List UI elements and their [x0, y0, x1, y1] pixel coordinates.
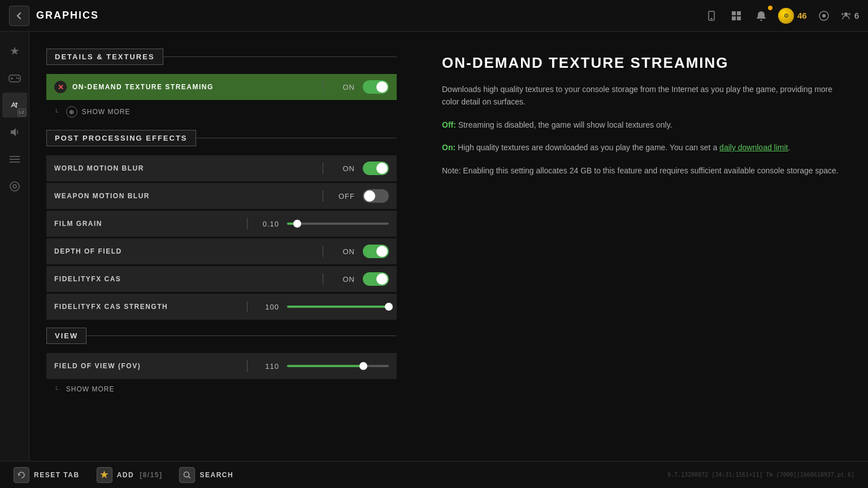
- setting-value-fidelityfx: ON: [332, 275, 355, 284]
- toggle-fidelityfx[interactable]: [363, 272, 389, 286]
- svg-point-23: [13, 185, 16, 188]
- svg-point-9: [848, 13, 850, 15]
- setting-value-dof: ON: [332, 247, 355, 256]
- players-count: 6: [854, 11, 859, 20]
- slider-track: [287, 306, 389, 308]
- add-count: [8/15]: [140, 471, 162, 479]
- toggle-texture-streaming[interactable]: [363, 80, 389, 94]
- show-more-details[interactable]: └ ⊕ SHOW MORE: [46, 102, 397, 122]
- toggle-knob: [376, 163, 388, 174]
- svg-marker-18: [11, 128, 16, 136]
- svg-rect-4: [732, 16, 736, 20]
- l2-badge: L2: [18, 108, 26, 116]
- slider-knob: [293, 220, 301, 228]
- slider-fidelityfx-strength[interactable]: [287, 306, 389, 308]
- slider-film-grain[interactable]: [287, 223, 389, 225]
- add-icon: ★: [97, 467, 112, 483]
- setting-row-weapon-blur[interactable]: WEAPON MOTION BLUR OFF: [46, 183, 397, 209]
- toggle-dof[interactable]: [363, 245, 389, 258]
- setting-value-texture-streaming: ON: [332, 83, 355, 91]
- settings-icon[interactable]: [816, 8, 832, 24]
- phone-icon[interactable]: [704, 8, 719, 24]
- sidebar-item-graphics[interactable]: L2: [2, 93, 27, 117]
- search-button[interactable]: SEARCH: [179, 467, 233, 483]
- setting-divider: [323, 246, 323, 257]
- setting-divider: [323, 273, 323, 285]
- info-on-link[interactable]: daily download limit: [719, 143, 788, 152]
- section-title-details: DETAILS & TEXTURES: [46, 49, 163, 65]
- setting-row-fidelityfx[interactable]: FIDELITYFX CAS ON: [46, 266, 397, 292]
- grid-icon[interactable]: [728, 8, 744, 24]
- section-line-view: [86, 336, 397, 336]
- section-post-processing: POST PROCESSING EFFECTS WORLD MOTION BLU…: [46, 130, 397, 320]
- sidebar-item-favorites[interactable]: ★: [2, 38, 27, 63]
- slider-fov[interactable]: [287, 365, 389, 367]
- info-desc-1: Downloads high quality textures to your …: [442, 83, 840, 108]
- section-title-view: VIEW: [46, 328, 86, 344]
- svg-point-7: [822, 14, 826, 18]
- info-desc-4: Note: Enabling this setting allocates 24…: [442, 164, 840, 177]
- sidebar-item-interface[interactable]: [2, 147, 27, 172]
- setting-label-weapon-blur: WEAPON MOTION BLUR: [54, 192, 323, 200]
- sidebar-item-audio[interactable]: [2, 120, 27, 145]
- setting-row-texture-streaming[interactable]: ✕ ON-DEMAND TEXTURE STREAMING ON: [46, 74, 397, 100]
- setting-divider: [323, 81, 323, 93]
- setting-label-fidelityfx: FIDELITYFX CAS: [54, 275, 323, 283]
- show-more-view[interactable]: └ SHOW MORE: [46, 381, 397, 398]
- slider-fill: [287, 365, 363, 367]
- setting-row-fidelityfx-strength[interactable]: FIDELITYFX CAS STRENGTH 100: [46, 294, 397, 320]
- star-icon: ★: [10, 44, 20, 58]
- setting-value-weapon-blur: OFF: [332, 192, 355, 201]
- slider-knob: [359, 362, 367, 370]
- info-title: ON-DEMAND TEXTURE STREAMING: [442, 54, 840, 72]
- version-info: 9.7.13200072 [34:31:1561+11] Tm [7000][1…: [667, 472, 854, 478]
- slider-track: [287, 223, 389, 225]
- version-text: 9.7.13200072 [34:31:1561+11] Tm [7000][1…: [667, 472, 854, 478]
- show-more-label-details: SHOW MORE: [82, 108, 131, 116]
- svg-point-15: [18, 78, 19, 79]
- search-icon: [179, 467, 195, 483]
- info-off-prefix: Off:: [442, 120, 456, 129]
- sidebar: ★ L2: [0, 32, 29, 461]
- setting-label-world-blur: WORLD MOTION BLUR: [54, 164, 323, 172]
- slider-fill: [287, 306, 389, 308]
- info-panel: ON-DEMAND TEXTURE STREAMING Downloads hi…: [414, 32, 868, 461]
- setting-row-world-blur[interactable]: WORLD MOTION BLUR ON: [46, 155, 397, 181]
- setting-divider: [247, 301, 248, 312]
- settings-panel: DETAILS & TEXTURES ✕ ON-DEMAND TEXTURE S…: [29, 32, 414, 461]
- toggle-world-blur[interactable]: [363, 162, 389, 175]
- setting-divider: [323, 190, 323, 202]
- setting-value-fov: 110: [257, 362, 279, 371]
- svg-point-24: [184, 472, 189, 477]
- setting-row-dof[interactable]: DEPTH OF FIELD ON: [46, 238, 397, 264]
- slider-track: [287, 365, 389, 367]
- reset-tab-icon: [14, 467, 29, 483]
- toggle-weapon-blur[interactable]: [363, 189, 389, 203]
- info-on-suffix: .: [788, 143, 791, 152]
- setting-label-fov: FIELD OF VIEW (FOV): [54, 362, 247, 370]
- section-line: [163, 56, 397, 57]
- setting-value-film-grain: 0.10: [257, 220, 279, 228]
- setting-label-texture-streaming: ON-DEMAND TEXTURE STREAMING: [72, 83, 323, 91]
- add-label: ADD: [117, 471, 134, 479]
- section-view: VIEW FIELD OF VIEW (FOV) 110 └ SHOW MORE: [46, 328, 397, 398]
- setting-divider: [247, 218, 248, 229]
- sidebar-item-social[interactable]: [2, 174, 27, 199]
- coins-display: ⊙ 46: [778, 8, 807, 24]
- svg-rect-1: [710, 18, 713, 19]
- add-button[interactable]: ★ ADD [8/15]: [97, 467, 163, 483]
- info-on-prefix: On:: [442, 143, 455, 152]
- setting-row-film-grain[interactable]: FILM GRAIN 0.10: [46, 211, 397, 237]
- reset-tab-button[interactable]: RESET TAB: [14, 467, 80, 483]
- bell-icon[interactable]: [753, 8, 769, 24]
- section-header-details: DETAILS & TEXTURES: [46, 49, 397, 65]
- info-desc-2: Off: Streaming is disabled, the game wil…: [442, 119, 840, 131]
- setting-label-film-grain: FILM GRAIN: [54, 220, 247, 228]
- section-header-view: VIEW: [46, 328, 397, 344]
- close-x-icon[interactable]: ✕: [54, 81, 67, 93]
- section-details-textures: DETAILS & TEXTURES ✕ ON-DEMAND TEXTURE S…: [46, 49, 397, 122]
- back-button[interactable]: [9, 6, 29, 26]
- setting-row-fov[interactable]: FIELD OF VIEW (FOV) 110: [46, 353, 397, 379]
- topbar-left: GRAPHICS: [9, 6, 99, 26]
- sidebar-item-controller[interactable]: [2, 66, 27, 90]
